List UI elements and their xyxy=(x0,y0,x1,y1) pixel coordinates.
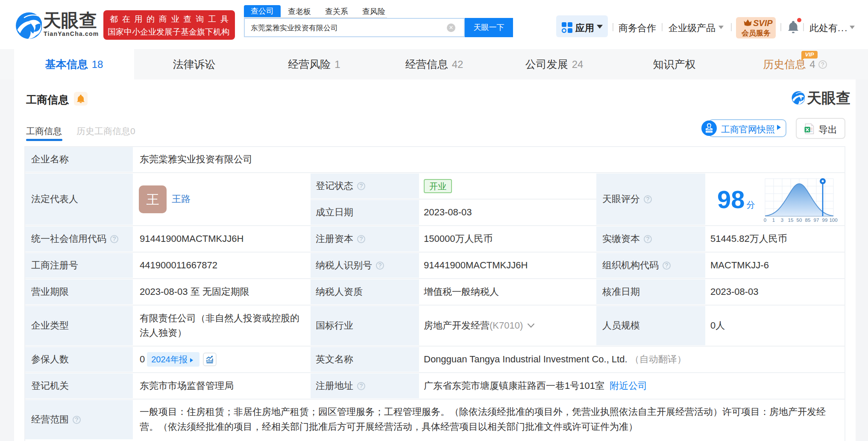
svg-text:99: 99 xyxy=(822,218,828,223)
svg-text:97: 97 xyxy=(814,218,819,223)
svg-text:15: 15 xyxy=(788,218,794,223)
svg-text:1: 1 xyxy=(772,218,775,223)
svg-text:3: 3 xyxy=(781,218,783,223)
svg-text:50: 50 xyxy=(797,218,802,223)
svg-text:100: 100 xyxy=(829,218,837,223)
svg-text:85: 85 xyxy=(805,218,811,223)
svg-text:0: 0 xyxy=(764,218,766,223)
